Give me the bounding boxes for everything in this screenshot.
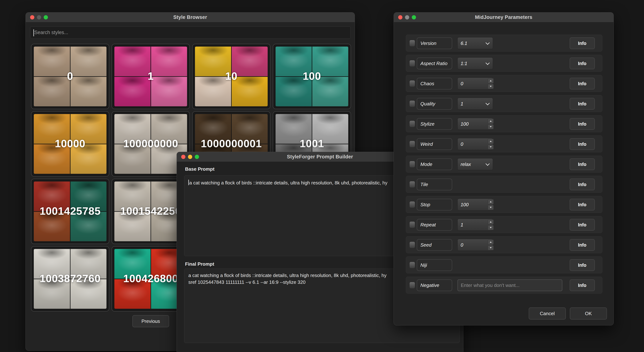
param-label: Niji [420,262,427,268]
stop-spinner[interactable]: 100 [458,199,493,210]
info-button[interactable]: Info [570,199,595,210]
spinner-up-icon[interactable] [488,139,494,144]
stylize-spinner[interactable]: 100 [458,118,493,130]
spinner-up-icon[interactable] [488,219,494,225]
aspect-ratio-dropdown[interactable]: 1:1 [458,58,493,69]
close-button[interactable] [30,15,34,19]
minimize-button[interactable] [37,15,41,19]
info-button[interactable]: Info [570,279,595,291]
info-button[interactable]: Info [570,158,595,170]
search-field[interactable] [30,26,351,39]
tile-label-button[interactable]: Tile [417,178,452,190]
dropdown-value: relax [460,162,471,167]
aspect-ratio-checkbox[interactable] [410,60,415,67]
stop-checkbox[interactable] [410,201,415,208]
style-cell-3[interactable]: 100 [273,44,351,109]
spinner-buttons [488,119,494,129]
info-button[interactable]: Info [570,239,595,251]
close-button[interactable] [181,155,186,159]
tile-checkbox[interactable] [410,181,415,188]
info-button[interactable]: Info [570,259,595,271]
quality-label-button[interactable]: Quality [417,98,452,110]
close-button[interactable] [398,15,402,19]
spinner-up-icon[interactable] [488,78,494,83]
style-number: 10 [192,70,270,82]
quality-checkbox[interactable] [410,100,415,107]
info-button[interactable]: Info [570,37,595,49]
repeat-label-button[interactable]: Repeat [417,219,452,231]
info-button[interactable]: Info [570,219,595,231]
version-dropdown[interactable]: 6.1 [458,37,493,49]
style-number: 1001425785 [32,205,109,217]
zoom-button[interactable] [44,15,48,19]
style-cell-2[interactable]: 10 [192,44,270,109]
negative-input[interactable] [458,280,562,291]
seed-checkbox[interactable] [410,242,415,248]
weird-checkbox[interactable] [410,141,415,147]
midjourney-titlebar[interactable]: MidJourney Parameters [394,12,614,22]
search-input[interactable] [30,26,350,38]
spinner-down-icon[interactable] [488,205,494,210]
info-button[interactable]: Info [570,58,595,69]
style-browser-titlebar[interactable]: Style Browser [26,12,355,22]
style-cell-8[interactable]: 1001425785 [31,179,109,244]
spinner-down-icon[interactable] [488,124,494,129]
version-label-button[interactable]: Version [417,37,452,49]
mode-label-button[interactable]: Mode [417,158,452,170]
stylize-checkbox[interactable] [410,121,415,127]
spinner-down-icon[interactable] [488,225,494,230]
negative-label-button[interactable]: Negative [417,279,452,291]
repeat-spinner[interactable]: 1 [458,219,493,231]
style-cell-0[interactable]: 0 [31,44,109,109]
ok-button[interactable]: OK [570,308,607,320]
info-button[interactable]: Info [570,138,595,150]
text-caret [34,29,34,36]
zoom-button[interactable] [195,155,199,159]
chaos-label-button[interactable]: Chaos [417,78,452,89]
zoom-button[interactable] [412,15,416,19]
chevron-down-icon [486,101,490,105]
spinner-down-icon[interactable] [488,245,494,250]
param-label: Mode [420,162,432,167]
spinner-up-icon[interactable] [488,240,494,245]
info-button[interactable]: Info [570,178,595,190]
negative-checkbox[interactable] [410,282,415,289]
repeat-checkbox[interactable] [410,221,415,228]
stylize-label-button[interactable]: Stylize [417,118,452,130]
chaos-checkbox[interactable] [410,80,415,87]
info-button[interactable]: Info [570,98,595,110]
style-cell-12[interactable]: 1003872760 [31,246,109,312]
spinner-up-icon[interactable] [488,199,494,204]
stop-label-button[interactable]: Stop [417,199,452,210]
quality-dropdown[interactable]: 1 [458,98,493,110]
seed-spinner[interactable]: 0 [458,239,493,251]
param-label: Aspect Ratio [420,61,448,66]
minimize-button[interactable] [405,15,409,19]
seed-label-button[interactable]: Seed [417,239,452,251]
weird-spinner[interactable]: 0 [458,138,493,150]
spinner-down-icon[interactable] [488,145,494,150]
style-cell-1[interactable]: 1 [112,44,190,109]
param-row-weird: Weird 0 Info [406,136,602,152]
style-number: 10000 [32,137,109,150]
chevron-down-icon [486,41,490,45]
aspect-ratio-label-button[interactable]: Aspect Ratio [417,58,452,69]
spinner-down-icon[interactable] [488,84,494,89]
chaos-spinner[interactable]: 0 [458,78,493,89]
previous-button[interactable]: Previous [132,315,169,327]
info-button[interactable]: Info [570,78,595,89]
spinner-up-icon[interactable] [488,119,494,124]
minimize-button[interactable] [188,155,192,159]
style-number: 0 [32,70,109,82]
spinner-value: 1 [460,222,463,228]
cancel-button[interactable]: Cancel [529,308,566,320]
style-cell-4[interactable]: 10000 [31,111,109,176]
info-button[interactable]: Info [570,118,595,130]
mode-checkbox[interactable] [410,161,415,168]
niji-checkbox[interactable] [410,262,415,268]
niji-label-button[interactable]: Niji [417,259,452,271]
weird-label-button[interactable]: Weird [417,138,452,150]
version-checkbox[interactable] [410,40,415,47]
mode-dropdown[interactable]: relax [458,158,493,170]
param-label: Stylize [420,121,434,127]
